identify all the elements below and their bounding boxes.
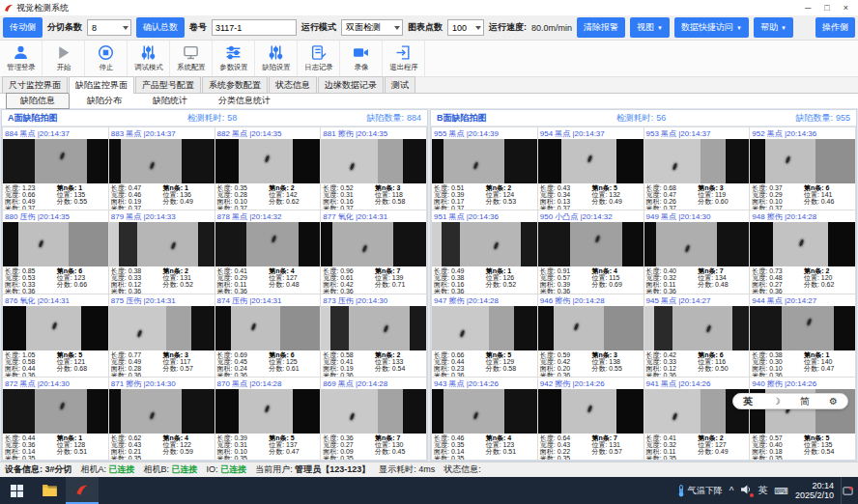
defect-cell[interactable]: 884 黑点 |20:14:37长度: 1.23宽度: 0.66面积: 0.49… (3, 127, 108, 210)
defect-image[interactable] (538, 306, 644, 350)
defect-image[interactable] (644, 306, 750, 350)
weather-tray-item[interactable]: 气温下降 (677, 485, 723, 497)
tab-tabs1-2[interactable]: 产品型号配置 (135, 76, 201, 93)
defect-cell[interactable]: 951 黑点 |20:14:36长度: 0.49宽度: 0.38面积: 0.16… (432, 210, 537, 293)
defect-image[interactable] (3, 139, 108, 183)
defect-image[interactable] (750, 222, 855, 266)
toolbar-button-journal-7[interactable]: 日志记录 (298, 41, 340, 76)
defect-cell[interactable]: 875 压伤 |20:14:31长度: 0.77宽度: 0.49面积: 0.28… (109, 294, 214, 377)
defect-cell[interactable]: 948 擦伤 |20:14:28长度: 0.73宽度: 0.48面积: 0.27… (750, 210, 855, 293)
defect-image[interactable] (432, 389, 537, 434)
defect-cell[interactable]: 952 黑点 |20:14:36长度: 0.37宽度: 0.29面积: 0.10… (750, 127, 855, 210)
defect-cell[interactable]: 869 黑点 |20:14:28长度: 0.36宽度: 0.27面积: 0.09… (321, 378, 426, 460)
defect-cell[interactable]: 944 黑点 |20:14:27长度: 0.38宽度: 0.30面积: 0.10… (750, 294, 855, 377)
ime-simplified-button[interactable]: 简 (800, 395, 810, 408)
run-mode-select[interactable]: 双面检测 (341, 19, 403, 36)
toolbar-button-slidersV-3[interactable]: 调试模式 (128, 41, 170, 76)
defect-cell[interactable]: 870 黑点 |20:14:28长度: 0.39宽度: 0.31面积: 0.10… (215, 378, 321, 460)
defect-cell[interactable]: 949 黑点 |20:14:30长度: 0.40宽度: 0.32面积: 0.11… (644, 210, 750, 293)
tab-tabs2-1[interactable]: 缺陷分布 (73, 94, 135, 108)
tab-tabs1-6[interactable]: 测试 (385, 76, 415, 93)
defect-cell[interactable]: 880 压伤 |20:14:35长度: 0.85宽度: 0.53面积: 0.33… (3, 210, 108, 293)
defect-cell[interactable]: 953 黑点 |20:14:37长度: 0.68宽度: 0.47面积: 0.26… (644, 127, 750, 210)
defect-cell[interactable]: 871 擦伤 |20:14:30长度: 0.62宽度: 0.43面积: 0.21… (109, 378, 214, 460)
tab-tabs1-3[interactable]: 系统参数配置 (202, 76, 268, 93)
defect-cell[interactable]: 941 黑点 |20:14:26长度: 0.41宽度: 0.32面积: 0.11… (644, 378, 750, 460)
defect-cell[interactable]: 878 黑点 |20:14:32长度: 0.41宽度: 0.29面积: 0.11… (215, 210, 321, 293)
drive-side-button[interactable]: 传动侧 (3, 17, 43, 38)
defect-cell[interactable]: 873 压伤 |20:14:30长度: 0.58宽度: 0.41面积: 0.19… (321, 294, 426, 377)
defect-image[interactable] (538, 389, 644, 434)
detection-app-taskbar-icon[interactable] (66, 477, 99, 504)
confirm-total-button[interactable]: 确认总数 (136, 17, 185, 38)
ime-language-indicator[interactable]: 英 (758, 484, 768, 497)
defect-image[interactable] (538, 222, 644, 266)
defect-image[interactable] (644, 139, 750, 183)
view-menu-button[interactable]: 视图▼ (630, 17, 670, 38)
defect-image[interactable] (538, 139, 644, 183)
defect-image[interactable] (321, 139, 426, 183)
gear-icon[interactable]: ⚙ (829, 396, 838, 406)
toolbar-button-stop-2[interactable]: 停止 (85, 41, 128, 76)
defect-image[interactable] (215, 222, 321, 266)
maximize-button[interactable]: □ (824, 3, 829, 13)
defect-image[interactable] (750, 306, 855, 350)
toolbar-button-exit-9[interactable]: 退出程序 (383, 41, 425, 76)
defect-image[interactable] (321, 222, 426, 266)
chart-points-select[interactable]: 100 (447, 19, 484, 36)
roll-number-input[interactable] (212, 19, 297, 36)
defect-image[interactable] (432, 306, 537, 350)
help-menu-button[interactable]: 帮助▼ (754, 17, 793, 38)
defect-image[interactable] (215, 389, 321, 434)
defect-image[interactable] (321, 306, 426, 350)
minimize-button[interactable]: ─ (805, 3, 811, 13)
defect-image[interactable] (109, 306, 214, 350)
close-button[interactable]: × (844, 3, 848, 13)
defect-cell[interactable]: 942 擦伤 |20:14:26长度: 0.64宽度: 0.43面积: 0.22… (538, 378, 644, 460)
notification-center-button[interactable] (841, 477, 854, 504)
defect-image[interactable] (109, 222, 214, 266)
defect-cell[interactable]: 947 擦伤 |20:14:28长度: 0.66宽度: 0.44面积: 0.23… (432, 294, 537, 377)
toolbar-button-play-1[interactable]: 开始 (43, 41, 85, 76)
ime-lang-button[interactable]: 英 (743, 395, 753, 408)
defect-cell[interactable]: 940 擦伤 |20:14:26长度: 0.57宽度: 0.40面积: 0.18… (750, 378, 855, 460)
defect-cell[interactable]: 945 黑点 |20:14:27长度: 0.42宽度: 0.33面积: 0.12… (644, 294, 750, 377)
toolbar-button-camera-8[interactable]: 录像 (340, 41, 383, 76)
start-button[interactable] (0, 477, 33, 504)
defect-image[interactable] (750, 139, 855, 183)
clear-alarm-button[interactable]: 清除报警 (577, 17, 625, 38)
defect-image[interactable] (109, 389, 214, 434)
defect-image[interactable] (215, 139, 321, 183)
defect-image[interactable] (3, 306, 108, 350)
volume-icon[interactable] (741, 485, 752, 496)
tab-tabs1-1[interactable]: 缺陷监控界面 (69, 76, 134, 94)
tab-tabs2-2[interactable]: 缺陷统计 (139, 94, 201, 108)
defect-cell[interactable]: 946 擦伤 |20:14:28长度: 0.59宽度: 0.42面积: 0.20… (538, 294, 644, 377)
ime-toolbar[interactable]: 英 ☽ 简 ⚙ (732, 393, 848, 409)
defect-cell[interactable]: 881 擦伤 |20:14:35长度: 0.52宽度: 0.31面积: 0.16… (321, 127, 426, 210)
defect-cell[interactable]: 879 黑点 |20:14:33长度: 0.38宽度: 0.33面积: 0.12… (109, 210, 214, 293)
toolbar-button-slidersV-6[interactable]: 缺陷设置 (255, 41, 298, 76)
defect-image[interactable] (3, 222, 108, 266)
defect-cell[interactable]: 874 压伤 |20:14:31长度: 0.69宽度: 0.45面积: 0.24… (215, 294, 321, 377)
operator-side-button[interactable]: 操作侧 (815, 17, 855, 38)
defect-cell[interactable]: 877 氧化 |20:14:31长度: 0.96宽度: 0.61面积: 0.42… (321, 210, 426, 293)
taskbar-clock[interactable]: 20:14 2025/2/10 (795, 481, 834, 500)
defect-cell[interactable]: 955 黑点 |20:14:39长度: 0.51宽度: 0.39面积: 0.17… (432, 127, 537, 210)
defect-cell[interactable]: 872 黑点 |20:14:30长度: 0.44宽度: 0.36面积: 0.14… (3, 378, 108, 460)
defect-cell[interactable]: 883 黑点 |20:14:37长度: 0.47宽度: 0.46面积: 0.19… (109, 127, 214, 210)
slit-count-select[interactable]: 8 (87, 19, 131, 36)
defect-image[interactable] (432, 139, 537, 183)
tab-tabs1-5[interactable]: 边缘数据记录 (318, 76, 384, 93)
tab-tabs1-4[interactable]: 状态信息 (269, 76, 317, 93)
defect-image[interactable] (3, 389, 108, 434)
toolbar-button-person-0[interactable]: 管理登录 (0, 41, 43, 76)
tray-expand-chevron[interactable]: ^ (729, 486, 734, 496)
data-quick-access-button[interactable]: 数据快捷访问▼ (674, 17, 749, 38)
toolbar-button-slidersH-5[interactable]: 参数设置 (213, 41, 255, 76)
tab-tabs2-0[interactable]: 缺陷信息 (6, 93, 70, 109)
defect-cell[interactable]: 954 黑点 |20:14:37长度: 0.43宽度: 0.34面积: 0.13… (538, 127, 644, 210)
defect-image[interactable] (644, 222, 750, 266)
defect-cell[interactable]: 950 小凸点 |20:14:32长度: 0.91宽度: 0.57面积: 0.3… (538, 210, 644, 293)
defect-image[interactable] (432, 222, 537, 266)
